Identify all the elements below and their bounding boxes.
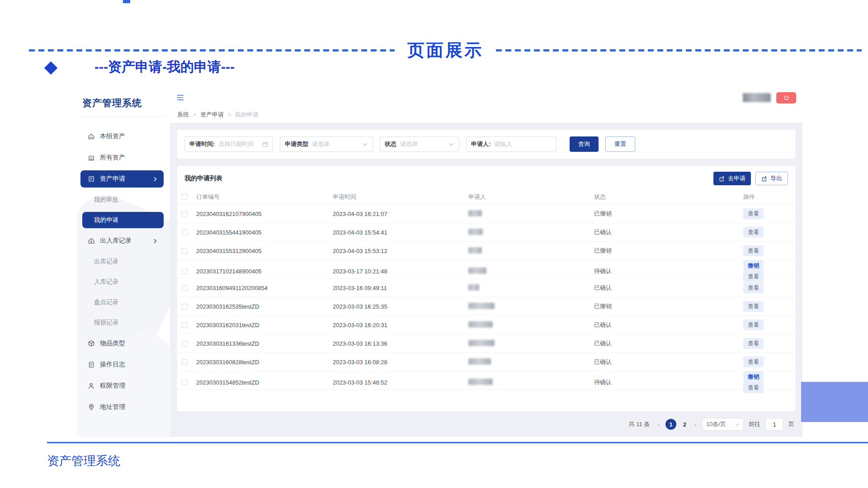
sidebar-item-6[interactable]: 出库记录: [82, 253, 164, 270]
status-text: 待确认: [594, 267, 743, 275]
apply-type-label: 申请类型: [285, 140, 308, 148]
breadcrumb-separator: >: [228, 112, 231, 118]
status-text: 已确认: [594, 358, 743, 366]
column-header: 操作: [743, 193, 788, 201]
log-icon: [88, 361, 95, 368]
table-row: 202304031554419004052023-04-03 15:54:41已…: [177, 223, 795, 242]
apply-time-field[interactable]: 申请时间: 选择日期时间: [184, 136, 273, 152]
sidebar-item-11[interactable]: 操作日志: [80, 356, 164, 373]
breadcrumb: 系统>资产申请>我的申请: [170, 107, 802, 123]
building-icon: [88, 154, 95, 161]
chevron-down-icon: [731, 422, 740, 427]
status-text: 已确认: [594, 284, 743, 292]
table-row: 20230303162031testZD2023-03-03 16:20:31已…: [177, 316, 795, 334]
prev-page-icon[interactable]: ‹: [656, 421, 660, 428]
column-header: 申请人: [468, 193, 594, 201]
view-button[interactable]: 查看: [743, 245, 764, 256]
revoke-button[interactable]: 撤销: [743, 260, 764, 271]
sidebar-item-8[interactable]: 盘点记录: [82, 294, 164, 310]
sidebar-item-9[interactable]: 报损记录: [82, 314, 164, 331]
row-checkbox[interactable]: [182, 230, 188, 235]
apply-time: 2023-03-03 16:13:36: [333, 340, 468, 347]
view-button[interactable]: 查看: [743, 208, 764, 219]
sidebar-collapse-icon[interactable]: [176, 94, 184, 102]
view-button[interactable]: 查看: [743, 357, 764, 367]
filter-bar: 申请时间: 选择日期时间 申请类型 请选择 状态: [177, 130, 795, 159]
row-checkbox[interactable]: [182, 304, 188, 310]
sidebar-item-label: 操作日志: [100, 361, 125, 369]
sidebar-item-13[interactable]: 地址管理: [80, 399, 164, 416]
sidebar-item-3[interactable]: 我的审批: [82, 192, 164, 208]
sidebar-item-12[interactable]: 权限管理: [80, 377, 164, 394]
apply-time: 2023-04-03 16:21:07: [333, 211, 468, 217]
status-text: 待确认: [594, 378, 743, 386]
username-blurred[interactable]: [743, 93, 771, 102]
apply-time: 2023-03-03 15:48:52: [333, 379, 468, 386]
column-header: 订单编号: [196, 193, 333, 201]
row-checkbox[interactable]: [182, 285, 188, 291]
logout-button[interactable]: [776, 92, 796, 103]
row-checkbox[interactable]: [182, 211, 188, 217]
sidebar-item-4[interactable]: 我的申请: [82, 212, 164, 228]
table-row: 20230316094911202008542023-03-16 09:49:1…: [177, 279, 795, 297]
applicant-field[interactable]: 申请人: 请输入: [466, 136, 557, 152]
row-checkbox[interactable]: [182, 268, 188, 274]
view-button[interactable]: 查看: [743, 319, 764, 330]
sidebar-item-2[interactable]: 资产申请: [80, 170, 164, 188]
status-select[interactable]: 状态 请选择: [380, 136, 459, 152]
table-row: 20230303161336testZD2023-03-03 16:13:36已…: [177, 334, 795, 353]
sidebar-item-0[interactable]: 本组资产: [80, 128, 164, 145]
order-number: 20230317102148900405: [196, 268, 333, 275]
breadcrumb-separator: >: [193, 112, 196, 118]
column-header: 状态: [594, 193, 743, 201]
page-number[interactable]: 2: [681, 421, 688, 428]
apply-type-select[interactable]: 申请类型 请选择: [280, 136, 373, 152]
status-text: 已撤销: [594, 302, 743, 310]
status-text: 已确认: [594, 339, 743, 347]
goto-page-input[interactable]: 1: [765, 418, 783, 431]
sidebar-item-1[interactable]: 所有资产: [80, 149, 164, 166]
row-checkbox[interactable]: [182, 380, 188, 385]
applicant-name-blurred: [468, 267, 486, 274]
apply-time-placeholder: 选择日期时间: [218, 140, 254, 148]
apply-time: 2023-03-17 10:21:48: [333, 268, 468, 275]
revoke-button[interactable]: 撤销: [743, 371, 764, 382]
view-button[interactable]: 查看: [743, 301, 764, 312]
select-all-checkbox[interactable]: [182, 194, 188, 200]
sidebar-item-5[interactable]: 出入库记录: [80, 232, 164, 249]
breadcrumb-item[interactable]: 系统: [177, 111, 189, 119]
view-button[interactable]: 查看: [743, 271, 764, 282]
search-button[interactable]: 查询: [570, 136, 599, 152]
row-checkbox[interactable]: [182, 248, 188, 254]
home-icon: [88, 133, 95, 140]
row-checkbox[interactable]: [182, 322, 188, 328]
status-text: 已确认: [594, 321, 743, 329]
status-text: 已撤销: [594, 210, 743, 218]
go-apply-button[interactable]: 去申请: [713, 172, 751, 185]
slide-bullet-text: ---资产申请-我的申请---: [94, 58, 235, 76]
view-button[interactable]: 查看: [743, 282, 764, 293]
apply-time: 2023-03-03 16:08:28: [333, 359, 468, 366]
view-button[interactable]: 查看: [743, 227, 764, 238]
goto-label: 前往: [749, 420, 760, 428]
sidebar-item-7[interactable]: 入库记录: [82, 274, 164, 290]
user-icon: [88, 382, 95, 389]
row-checkbox[interactable]: [182, 359, 188, 365]
page-size-select[interactable]: 10条/页: [702, 418, 744, 431]
next-page-icon[interactable]: ›: [693, 421, 697, 428]
table-row: 202303171021489004052023-03-17 10:21:48待…: [177, 260, 795, 279]
location-icon: [88, 404, 95, 411]
sidebar-item-10[interactable]: 物品类型: [80, 335, 164, 352]
status-text: 已撤销: [594, 247, 743, 255]
export-icon: [761, 176, 767, 182]
reset-button[interactable]: 重置: [605, 136, 635, 152]
export-button[interactable]: 导出: [755, 172, 788, 185]
page-number-active[interactable]: 1: [665, 419, 676, 430]
pagination-total: 共 11 条: [629, 420, 650, 428]
view-button[interactable]: 查看: [743, 338, 764, 349]
view-button[interactable]: 查看: [743, 382, 764, 393]
order-number: 20230303154852testZD: [196, 379, 333, 386]
sidebar-divider: [80, 117, 165, 117]
row-checkbox[interactable]: [182, 341, 188, 347]
breadcrumb-item[interactable]: 资产申请: [200, 111, 224, 119]
